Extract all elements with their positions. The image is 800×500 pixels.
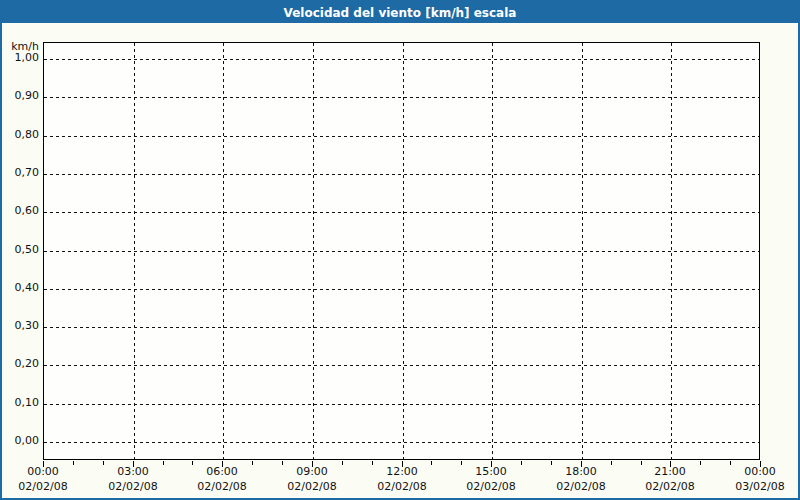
x-axis-time-label: 18:00 <box>565 466 597 478</box>
y-axis-label: 0,20 <box>2 358 39 370</box>
y-axis-label: 0,40 <box>2 282 39 294</box>
x-axis-date-label: 02/02/08 <box>197 481 246 493</box>
x-axis-date-label: 02/02/08 <box>466 481 515 493</box>
y-axis-labels: 1,000,900,800,700,600,500,400,300,200,10… <box>2 42 39 460</box>
x-axis-time-label: 06:00 <box>206 466 238 478</box>
y-axis-label: 0,60 <box>2 205 39 217</box>
chart-window: Velocidad del viento [km/h] escala km/h … <box>0 0 800 500</box>
x-axis-date-label: 02/02/08 <box>108 481 157 493</box>
x-axis-date-label: 03/02/08 <box>735 481 784 493</box>
y-axis-label: 0,50 <box>2 244 39 256</box>
x-axis-labels: 00:0002/02/0803:0002/02/0806:0002/02/080… <box>43 2 760 498</box>
x-axis-time-label: 03:00 <box>117 466 149 478</box>
y-axis-label: 0,80 <box>2 129 39 141</box>
x-axis-date-label: 02/02/08 <box>18 481 67 493</box>
x-axis-date-label: 02/02/08 <box>377 481 426 493</box>
x-axis-time-label: 15:00 <box>475 466 507 478</box>
y-axis-label: 0,30 <box>2 320 39 332</box>
x-axis-time-label: 00:00 <box>744 466 776 478</box>
y-axis-label: 0,90 <box>2 90 39 102</box>
y-axis-label: 1,00 <box>2 52 39 64</box>
x-axis-date-label: 02/02/08 <box>645 481 694 493</box>
x-axis-time-label: 00:00 <box>27 466 59 478</box>
y-axis-label: 0,70 <box>2 167 39 179</box>
x-axis-date-label: 02/02/08 <box>556 481 605 493</box>
x-axis-time-label: 21:00 <box>654 466 686 478</box>
y-axis-label: 0,00 <box>2 435 39 447</box>
x-axis-date-label: 02/02/08 <box>287 481 336 493</box>
x-axis-time-label: 09:00 <box>296 466 328 478</box>
y-axis-label: 0,10 <box>2 397 39 409</box>
x-axis-time-label: 12:00 <box>386 466 418 478</box>
